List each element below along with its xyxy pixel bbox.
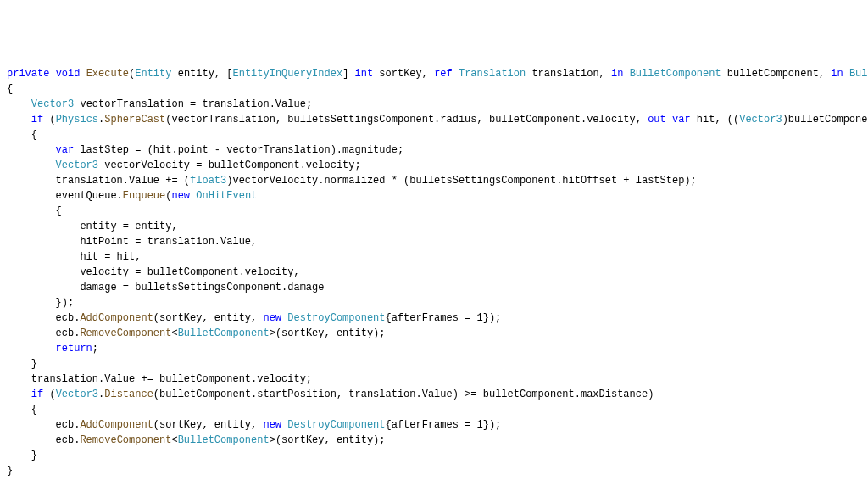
token-plain bbox=[7, 144, 56, 156]
token-plain: < bbox=[171, 327, 177, 339]
code-line[interactable]: eventQueue.Enqueue(new OnHitEvent bbox=[7, 188, 861, 204]
token-kw: new bbox=[263, 312, 281, 324]
token-plain: entity, [ bbox=[171, 68, 232, 80]
token-kw: out bbox=[648, 114, 666, 126]
token-plain: hitPoint = translation.Value, bbox=[7, 236, 257, 248]
token-plain: ecb. bbox=[7, 327, 80, 339]
token-plain: { bbox=[7, 205, 62, 217]
code-line[interactable]: } bbox=[7, 356, 861, 372]
code-line[interactable]: ecb.RemoveComponent<BulletComponent>(sor… bbox=[7, 326, 861, 341]
token-plain: ecb. bbox=[7, 312, 80, 324]
token-plain bbox=[623, 68, 629, 80]
token-plain bbox=[7, 343, 56, 355]
token-mth: RemoveComponent bbox=[80, 327, 171, 339]
token-plain bbox=[7, 389, 31, 400]
token-plain bbox=[843, 68, 849, 80]
token-type: BulletsSettingsComponent bbox=[849, 68, 868, 80]
code-line[interactable]: { bbox=[7, 127, 861, 143]
token-plain: >(sortKey, entity); bbox=[270, 434, 386, 446]
token-plain: (sortKey, entity, bbox=[153, 419, 264, 431]
token-type: Vector3 bbox=[56, 389, 98, 400]
code-line[interactable]: var lastStep = (hit.point - vectorTransl… bbox=[7, 143, 861, 158]
token-kw: new bbox=[263, 419, 281, 431]
token-kw: new bbox=[171, 190, 190, 202]
token-kw: void bbox=[56, 68, 81, 80]
token-plain: (bulletComponent.startPosition, translat… bbox=[153, 389, 654, 400]
token-plain: } bbox=[7, 450, 37, 461]
token-type: Vector3 bbox=[31, 98, 74, 110]
token-kw: var bbox=[56, 144, 75, 156]
token-type: OnHitEvent bbox=[196, 190, 257, 202]
code-line[interactable]: translation.Value += bulletComponent.vel… bbox=[7, 372, 861, 387]
token-mth: SphereCast bbox=[104, 114, 165, 126]
token-kw: ref bbox=[434, 68, 453, 80]
code-line[interactable]: { bbox=[7, 204, 861, 219]
token-plain: velocity = bulletComponent.velocity, bbox=[7, 266, 300, 278]
token-plain: lastStep = (hit.point - vectorTranslatio… bbox=[74, 144, 403, 156]
token-plain: hit, (( bbox=[691, 114, 740, 126]
token-plain bbox=[49, 68, 55, 80]
token-plain: { bbox=[7, 83, 13, 95]
token-plain bbox=[666, 114, 672, 126]
code-line[interactable]: { bbox=[7, 402, 861, 417]
token-plain: } bbox=[7, 358, 37, 370]
token-mth: AddComponent bbox=[80, 419, 153, 431]
token-type: Entity bbox=[135, 68, 171, 80]
token-plain bbox=[7, 114, 31, 126]
code-line[interactable]: { bbox=[7, 81, 861, 97]
code-line[interactable]: hit = hit, bbox=[7, 249, 861, 265]
code-line[interactable]: ecb.AddComponent(sortKey, entity, new De… bbox=[7, 310, 861, 326]
token-plain: translation.Value += ( bbox=[7, 175, 190, 187]
token-kw: return bbox=[56, 343, 92, 355]
code-editor[interactable]: private void Execute(Entity entity, [Ent… bbox=[7, 66, 861, 478]
code-line[interactable]: } bbox=[7, 463, 861, 478]
token-type: float3 bbox=[190, 175, 226, 187]
token-plain bbox=[7, 98, 31, 110]
code-line[interactable]: damage = bulletsSettingsComponent.damage bbox=[7, 280, 861, 295]
code-line[interactable]: }); bbox=[7, 295, 861, 310]
code-line[interactable]: entity = entity, bbox=[7, 219, 861, 234]
code-line[interactable]: translation.Value += (float3)vectorVeloc… bbox=[7, 173, 861, 188]
token-plain: ; bbox=[92, 343, 98, 355]
token-type: BulletComponent bbox=[630, 68, 721, 80]
token-plain bbox=[80, 68, 86, 80]
token-kw: int bbox=[355, 68, 374, 80]
code-line[interactable]: velocity = bulletComponent.velocity, bbox=[7, 265, 861, 280]
token-plain: )vectorVelocity.normalized * (bulletsSet… bbox=[226, 175, 697, 187]
code-line[interactable]: if (Vector3.Distance(bulletComponent.sta… bbox=[7, 387, 861, 402]
token-type: Physics bbox=[56, 114, 98, 126]
token-kw: in bbox=[611, 68, 623, 80]
token-plain: < bbox=[171, 434, 177, 446]
code-line[interactable]: } bbox=[7, 448, 861, 463]
token-plain: sortKey, bbox=[373, 68, 434, 80]
code-line[interactable]: Vector3 vectorVelocity = bulletComponent… bbox=[7, 158, 861, 173]
code-line[interactable]: private void Execute(Entity entity, [Ent… bbox=[7, 66, 861, 81]
token-plain: )bulletComponent.velocity).magnitude)) bbox=[782, 114, 868, 126]
token-plain bbox=[453, 68, 459, 80]
token-plain: translation.Value += bulletComponent.vel… bbox=[7, 373, 312, 385]
token-plain: }); bbox=[7, 297, 74, 309]
token-plain: (vectorTranslation, bulletsSettingsCompo… bbox=[165, 114, 648, 126]
token-plain: { bbox=[7, 129, 37, 141]
token-type: BulletComponent bbox=[178, 327, 270, 339]
token-type: DestroyComponent bbox=[287, 312, 385, 324]
code-line[interactable]: ecb.RemoveComponent<BulletComponent>(sor… bbox=[7, 433, 861, 448]
token-plain: damage = bulletsSettingsComponent.damage bbox=[7, 282, 324, 294]
token-mth: Execute bbox=[86, 68, 129, 80]
token-kw: if bbox=[31, 389, 43, 400]
token-kw: var bbox=[672, 114, 691, 126]
token-plain: hit = hit, bbox=[7, 251, 141, 263]
token-type: Translation bbox=[459, 68, 526, 80]
token-attr: EntityInQueryIndex bbox=[233, 68, 343, 80]
token-type: Vector3 bbox=[56, 159, 98, 171]
code-line[interactable]: hitPoint = translation.Value, bbox=[7, 234, 861, 249]
token-plain: } bbox=[7, 465, 13, 477]
code-line[interactable]: return; bbox=[7, 341, 861, 356]
token-plain: vectorVelocity = bulletComponent.velocit… bbox=[98, 159, 361, 171]
token-mth: AddComponent bbox=[80, 312, 153, 324]
token-kw: if bbox=[31, 114, 43, 126]
token-plain bbox=[7, 159, 56, 171]
code-line[interactable]: Vector3 vectorTranslation = translation.… bbox=[7, 97, 861, 112]
code-line[interactable]: ecb.AddComponent(sortKey, entity, new De… bbox=[7, 417, 861, 433]
code-line[interactable]: if (Physics.SphereCast(vectorTranslation… bbox=[7, 112, 861, 127]
